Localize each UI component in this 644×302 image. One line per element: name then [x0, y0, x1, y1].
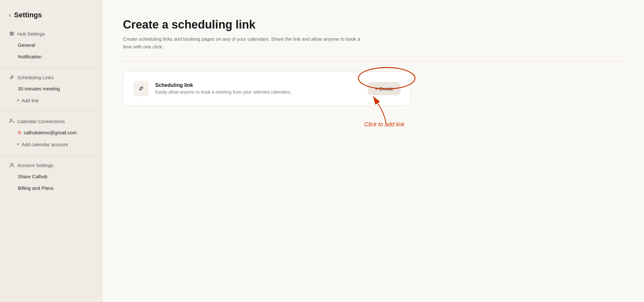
sidebar-title: Settings [14, 11, 42, 19]
hub-settings-label: Hub Settings [17, 31, 45, 37]
calendar-connections-label: Calendar Connections [17, 119, 65, 124]
sidebar-item-add-calendar[interactable]: + Add calendar account [4, 138, 98, 150]
back-button[interactable]: ‹ Settings [0, 8, 102, 27]
add-link-label: Add link [21, 98, 38, 103]
calendar-person-icon [9, 118, 15, 124]
svg-point-5 [11, 34, 12, 36]
card-title: Scheduling link [155, 82, 361, 88]
content-divider [123, 61, 624, 61]
account-settings-section: Account Settings Share Calhub Billing an… [0, 158, 102, 197]
calendar-connections-header: Calendar Connections [0, 114, 102, 127]
account-settings-label: Account Settings [17, 163, 53, 168]
link-icon [9, 74, 15, 80]
hub-settings-header: Hub Settings [0, 27, 102, 39]
main-content: Create a scheduling link Create scheduli… [102, 0, 644, 302]
sliders-icon [9, 31, 15, 37]
add-calendar-label: Add calendar account [21, 142, 68, 147]
sidebar-item-general[interactable]: General [4, 39, 98, 51]
card-link-icon [133, 81, 149, 96]
svg-point-6 [10, 119, 12, 121]
svg-point-4 [12, 33, 13, 34]
plus-icon-calendar: + [17, 141, 20, 147]
sidebar-item-notification[interactable]: Notification [4, 51, 98, 62]
sidebar: ‹ Settings Hub Settings General Notifica… [0, 0, 102, 302]
svg-point-3 [10, 32, 12, 33]
sidebar-item-billing[interactable]: Billing and Plans [4, 182, 98, 194]
svg-point-7 [11, 163, 13, 165]
divider-2 [0, 112, 102, 112]
google-icon: G [18, 130, 21, 135]
account-settings-header: Account Settings [0, 158, 102, 171]
create-button[interactable]: + Create [368, 82, 400, 95]
back-arrow-icon: ‹ [9, 12, 11, 19]
card-container: Scheduling link Easily allow anyone to b… [123, 71, 411, 105]
scheduling-links-header: Scheduling Links [0, 71, 102, 83]
scheduling-links-label: Scheduling Links [17, 75, 53, 80]
person-icon [9, 162, 15, 168]
page-description: Create scheduling links and booking page… [123, 35, 366, 51]
page-title: Create a scheduling link [123, 18, 624, 31]
calendar-connections-section: Calendar Connections G calhubdemo@gmail.… [0, 114, 102, 153]
annotation-text: Click to add link [364, 121, 405, 128]
plus-icon-link: + [17, 97, 20, 103]
sidebar-item-30min[interactable]: 30 minutes meeting [4, 83, 98, 94]
sidebar-item-add-link[interactable]: + Add link [4, 95, 98, 106]
divider-1 [0, 68, 102, 68]
sidebar-item-share-calhub[interactable]: Share Calhub [4, 171, 98, 182]
card-content: Scheduling link Easily allow anyone to b… [155, 82, 361, 95]
card-desc: Easily allow anyone to book a meeting fr… [155, 89, 361, 95]
hub-settings-section: Hub Settings General Notification [0, 27, 102, 65]
sidebar-item-gmail[interactable]: G calhubdemo@gmail.com [4, 127, 98, 138]
scheduling-links-section: Scheduling Links 30 minutes meeting + Ad… [0, 71, 102, 109]
gmail-label: calhubdemo@gmail.com [24, 130, 76, 135]
divider-3 [0, 155, 102, 156]
scheduling-link-card: Scheduling link Easily allow anyone to b… [123, 71, 411, 105]
